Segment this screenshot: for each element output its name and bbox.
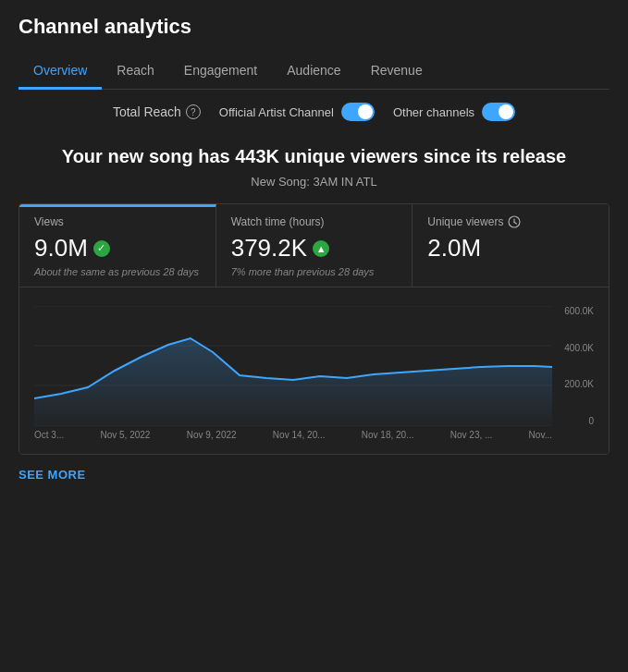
tab-bar: Overview Reach Engagement Audience Reven… xyxy=(18,54,610,90)
x-label-3: Nov 14, 20... xyxy=(273,430,326,440)
x-label-6: Nov... xyxy=(529,430,552,440)
x-axis-labels: Oct 3... Nov 5, 2022 Nov 9, 2022 Nov 14,… xyxy=(34,426,594,446)
y-label-600k: 600.0K xyxy=(552,306,594,316)
stat-cell-unique-viewers[interactable]: Unique viewers 2.0M xyxy=(413,204,609,287)
y-axis-labels: 600.0K 400.0K 200.0K 0 xyxy=(552,306,594,426)
reach-filter-row: Total Reach ? Official Artist Channel Ot… xyxy=(18,90,610,134)
stats-row: Views 9.0M ✓ About the same as previous … xyxy=(19,204,609,287)
line-chart xyxy=(34,306,552,426)
chart-area-fill xyxy=(34,338,552,426)
official-artist-toggle-group: Official Artist Channel xyxy=(219,103,375,121)
views-value: 9.0M ✓ xyxy=(34,234,201,263)
tab-engagement[interactable]: Engagement xyxy=(169,54,272,90)
stat-cell-watchtime[interactable]: Watch time (hours) 379.2K ▲ 7% more than… xyxy=(216,204,413,287)
unique-viewers-label: Unique viewers xyxy=(427,215,594,228)
stat-cell-views[interactable]: Views 9.0M ✓ About the same as previous … xyxy=(19,204,216,287)
unique-viewers-value: 2.0M xyxy=(427,234,594,263)
sub-headline: New Song: 3AM IN ATL xyxy=(18,175,610,189)
x-label-1: Nov 5, 2022 xyxy=(100,430,150,440)
watchtime-desc: 7% more than previous 28 days xyxy=(231,266,398,277)
clock-icon xyxy=(508,215,521,228)
views-desc: About the same as previous 28 days xyxy=(34,266,201,277)
x-label-5: Nov 23, ... xyxy=(450,430,493,440)
stats-card: Views 9.0M ✓ About the same as previous … xyxy=(18,203,610,455)
official-artist-label: Official Artist Channel xyxy=(219,105,334,119)
tab-overview[interactable]: Overview xyxy=(18,54,102,90)
x-label-0: Oct 3... xyxy=(34,430,64,440)
y-label-200k: 200.0K xyxy=(552,379,594,389)
tab-reach[interactable]: Reach xyxy=(102,54,168,90)
x-label-4: Nov 18, 20... xyxy=(362,430,414,440)
see-more-button[interactable]: SEE MORE xyxy=(18,455,610,485)
other-channels-toggle-group: Other channels xyxy=(393,103,515,121)
views-check-badge: ✓ xyxy=(93,240,110,257)
official-artist-toggle[interactable] xyxy=(341,103,375,121)
y-label-400k: 400.0K xyxy=(552,343,594,353)
watchtime-value: 379.2K ▲ xyxy=(231,234,398,263)
question-icon[interactable]: ? xyxy=(186,104,201,119)
watchtime-label: Watch time (hours) xyxy=(231,215,398,228)
reach-label-text: Total Reach xyxy=(113,104,181,119)
chart-svg-wrapper xyxy=(34,306,552,426)
tab-revenue[interactable]: Revenue xyxy=(356,54,437,90)
other-channels-toggle[interactable] xyxy=(482,103,515,121)
chart-container: 600.0K 400.0K 200.0K 0 xyxy=(34,306,594,426)
watchtime-arrow-badge: ▲ xyxy=(313,240,329,257)
chart-area: 600.0K 400.0K 200.0K 0 xyxy=(19,287,609,454)
y-label-0: 0 xyxy=(552,416,594,426)
tab-audience[interactable]: Audience xyxy=(272,54,355,90)
views-label: Views xyxy=(34,215,201,228)
other-channels-label: Other channels xyxy=(393,105,474,119)
page-title: Channel analytics xyxy=(18,15,610,39)
main-headline: Your new song has 443K unique viewers si… xyxy=(18,134,610,175)
svg-line-2 xyxy=(514,223,517,225)
x-label-2: Nov 9, 2022 xyxy=(187,430,237,440)
reach-label: Total Reach ? xyxy=(113,104,201,119)
